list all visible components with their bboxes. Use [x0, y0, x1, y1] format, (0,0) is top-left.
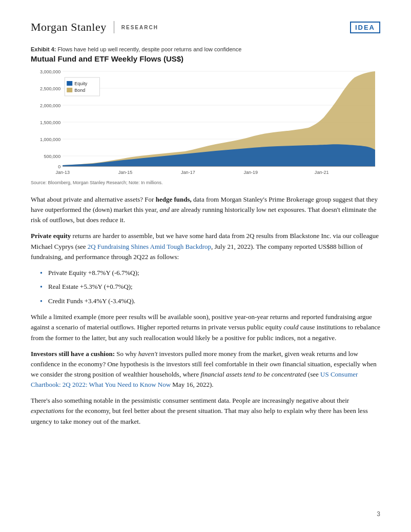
- paragraph-4: Investors still have a cushion: So why h…: [31, 349, 380, 390]
- chart-svg: 3,000,000 2,500,000 2,000,000 1,500,000 …: [31, 66, 380, 179]
- hedge-funds-bold: hedge funds,: [156, 195, 192, 203]
- svg-text:Jan-15: Jan-15: [118, 170, 133, 175]
- svg-text:Jan-19: Jan-19: [243, 170, 258, 175]
- havent-italic: haven't: [138, 350, 157, 358]
- svg-text:500,000: 500,000: [44, 154, 61, 159]
- svg-text:2,000,000: 2,000,000: [40, 103, 60, 108]
- svg-rect-15: [67, 81, 72, 86]
- svg-text:Jan-17: Jan-17: [181, 170, 195, 175]
- could-italic: could: [284, 323, 299, 331]
- idea-badge: IDEA: [350, 22, 380, 33]
- exhibit-number: Exhibit 4:: [31, 46, 58, 52]
- exhibit-title: Exhibit 4: Flows have held up well recen…: [31, 46, 380, 52]
- financial-assets-italic: financial assets tend to be concentrated: [200, 370, 306, 378]
- bullet-item-1: Private Equity +8.7%Y (-6.7%Q);: [40, 268, 380, 278]
- investors-cushion-bold: Investors still have a cushion:: [31, 350, 115, 358]
- paragraph-3: While a limited example (more peer resul…: [31, 312, 380, 343]
- header-left: Morgan Stanley RESEARCH: [31, 21, 158, 34]
- fundraising-link[interactable]: 2Q Fundraising Shines Amid Tough Backdro…: [88, 243, 211, 250]
- chartbook-link[interactable]: US Consumer Chartbook: 2Q 2022: What You…: [31, 370, 358, 388]
- bullet-list: Private Equity +8.7%Y (-6.7%Q); Real Est…: [40, 268, 380, 306]
- svg-rect-14: [65, 77, 99, 96]
- paragraph-2: Private equity returns are harder to ass…: [31, 231, 380, 262]
- svg-text:Bond: Bond: [74, 88, 85, 93]
- and-italic: and: [159, 206, 170, 213]
- svg-text:0: 0: [58, 164, 60, 169]
- exhibit-caption: Flows have held up well recently, despit…: [58, 46, 242, 52]
- own-italic: own: [270, 360, 281, 368]
- svg-text:2,500,000: 2,500,000: [40, 86, 60, 91]
- bullet-item-3: Credit Funds +3.4%Y (-3.4%Q).: [40, 296, 380, 306]
- svg-text:Jan-21: Jan-21: [315, 170, 329, 175]
- bullet-item-2: Real Estate +5.3%Y (+0.7%Q);: [40, 282, 380, 292]
- svg-text:Equity: Equity: [74, 81, 88, 86]
- page-number: 3: [377, 510, 380, 518]
- exhibit-container: Exhibit 4: Flows have held up well recen…: [31, 46, 380, 185]
- logo: Morgan Stanley: [31, 21, 107, 34]
- paragraph-1: What about private and alternative asset…: [31, 194, 380, 225]
- paragraph-5: There's also something notable in the pe…: [31, 396, 380, 426]
- svg-text:1,000,000: 1,000,000: [40, 137, 60, 142]
- chart-source: Source: Bloomberg, Morgan Stanley Resear…: [31, 180, 380, 185]
- page: Morgan Stanley RESEARCH IDEA Exhibit 4: …: [0, 0, 411, 532]
- header-divider: [114, 21, 114, 33]
- svg-text:3,000,000: 3,000,000: [40, 69, 60, 74]
- chart-area: 3,000,000 2,500,000 2,000,000 1,500,000 …: [31, 66, 380, 179]
- research-label: RESEARCH: [121, 25, 158, 30]
- svg-text:1,500,000: 1,500,000: [40, 120, 60, 125]
- chart-title: Mutual Fund and ETF Weekly Flows (US$): [31, 54, 380, 63]
- svg-rect-17: [67, 88, 72, 92]
- svg-text:Jan-13: Jan-13: [55, 170, 70, 175]
- private-equity-bold: Private equity: [31, 232, 71, 240]
- body-text: What about private and alternative asset…: [31, 194, 380, 427]
- header: Morgan Stanley RESEARCH IDEA: [31, 21, 380, 34]
- expectations-italic: expectations: [31, 407, 64, 415]
